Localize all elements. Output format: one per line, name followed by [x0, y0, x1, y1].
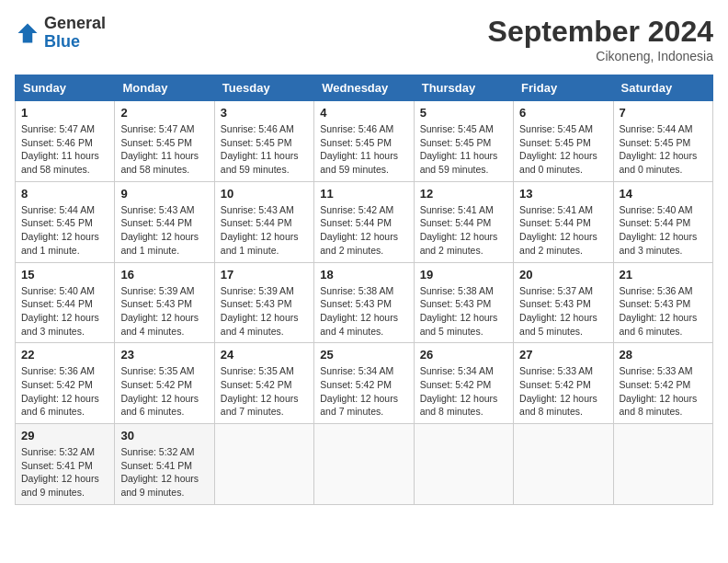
day-info: Sunrise: 5:35 AMSunset: 5:42 PMDaylight:…	[120, 364, 208, 419]
calendar-cell: 12Sunrise: 5:41 AMSunset: 5:44 PMDayligh…	[414, 181, 513, 262]
page-header: General Blue September 2024 Cikoneng, In…	[15, 15, 713, 63]
day-number: 13	[519, 187, 607, 201]
calendar-cell	[514, 424, 613, 505]
day-info: Sunrise: 5:44 AMSunset: 5:45 PMDaylight:…	[21, 203, 108, 258]
day-number: 10	[221, 187, 308, 201]
day-number: 16	[120, 268, 208, 282]
day-info: Sunrise: 5:41 AMSunset: 5:44 PMDaylight:…	[420, 203, 507, 258]
calendar-header: SundayMondayTuesdayWednesdayThursdayFrid…	[16, 75, 713, 101]
day-info: Sunrise: 5:32 AMSunset: 5:41 PMDaylight:…	[120, 445, 208, 500]
day-number: 21	[620, 268, 707, 282]
calendar-cell: 27Sunrise: 5:33 AMSunset: 5:42 PMDayligh…	[514, 343, 613, 424]
calendar-cell: 29Sunrise: 5:32 AMSunset: 5:41 PMDayligh…	[16, 424, 115, 505]
day-number: 23	[120, 348, 208, 362]
day-number: 8	[21, 187, 108, 201]
day-info: Sunrise: 5:34 AMSunset: 5:42 PMDaylight:…	[320, 364, 407, 419]
calendar-cell: 21Sunrise: 5:36 AMSunset: 5:43 PMDayligh…	[613, 262, 712, 343]
day-info: Sunrise: 5:44 AMSunset: 5:45 PMDaylight:…	[620, 122, 707, 177]
calendar-cell: 23Sunrise: 5:35 AMSunset: 5:42 PMDayligh…	[115, 343, 214, 424]
calendar-cell: 2Sunrise: 5:47 AMSunset: 5:45 PMDaylight…	[115, 101, 214, 182]
calendar-cell: 19Sunrise: 5:38 AMSunset: 5:43 PMDayligh…	[414, 262, 513, 343]
logo-icon	[15, 20, 40, 46]
calendar-cell: 4Sunrise: 5:46 AMSunset: 5:45 PMDaylight…	[314, 101, 414, 182]
svg-marker-0	[18, 23, 38, 42]
calendar-cell: 14Sunrise: 5:40 AMSunset: 5:44 PMDayligh…	[613, 181, 712, 262]
day-info: Sunrise: 5:32 AMSunset: 5:41 PMDaylight:…	[21, 445, 108, 500]
day-info: Sunrise: 5:47 AMSunset: 5:45 PMDaylight:…	[120, 122, 208, 177]
logo-line1: General	[44, 15, 106, 33]
day-info: Sunrise: 5:46 AMSunset: 5:45 PMDaylight:…	[320, 122, 407, 177]
calendar-cell	[314, 424, 414, 505]
day-info: Sunrise: 5:40 AMSunset: 5:44 PMDaylight:…	[620, 203, 707, 258]
day-info: Sunrise: 5:33 AMSunset: 5:42 PMDaylight:…	[519, 364, 607, 419]
day-number: 27	[519, 348, 607, 362]
day-info: Sunrise: 5:46 AMSunset: 5:45 PMDaylight:…	[221, 122, 308, 177]
calendar-cell: 7Sunrise: 5:44 AMSunset: 5:45 PMDaylight…	[613, 101, 712, 182]
calendar-cell: 8Sunrise: 5:44 AMSunset: 5:45 PMDaylight…	[16, 181, 115, 262]
weekday-header-friday: Friday	[514, 75, 613, 101]
day-number: 3	[221, 106, 308, 120]
day-info: Sunrise: 5:43 AMSunset: 5:44 PMDaylight:…	[120, 203, 208, 258]
day-number: 11	[320, 187, 407, 201]
day-number: 6	[519, 106, 607, 120]
calendar-cell: 5Sunrise: 5:45 AMSunset: 5:45 PMDaylight…	[414, 101, 513, 182]
calendar-week-4: 22Sunrise: 5:36 AMSunset: 5:42 PMDayligh…	[16, 343, 713, 424]
day-number: 14	[620, 187, 707, 201]
day-info: Sunrise: 5:43 AMSunset: 5:44 PMDaylight:…	[221, 203, 308, 258]
title-block: September 2024 Cikoneng, Indonesia	[488, 15, 713, 63]
calendar-week-1: 1Sunrise: 5:47 AMSunset: 5:46 PMDaylight…	[16, 101, 713, 182]
day-number: 17	[221, 268, 308, 282]
weekday-header-row: SundayMondayTuesdayWednesdayThursdayFrid…	[16, 75, 713, 101]
day-info: Sunrise: 5:37 AMSunset: 5:43 PMDaylight:…	[519, 284, 607, 339]
day-info: Sunrise: 5:40 AMSunset: 5:44 PMDaylight:…	[21, 284, 108, 339]
calendar-cell	[214, 424, 313, 505]
calendar-cell: 10Sunrise: 5:43 AMSunset: 5:44 PMDayligh…	[214, 181, 313, 262]
day-number: 25	[320, 348, 407, 362]
weekday-header-monday: Monday	[115, 75, 214, 101]
day-info: Sunrise: 5:35 AMSunset: 5:42 PMDaylight:…	[221, 364, 308, 419]
calendar-cell: 16Sunrise: 5:39 AMSunset: 5:43 PMDayligh…	[115, 262, 214, 343]
calendar-cell: 1Sunrise: 5:47 AMSunset: 5:46 PMDaylight…	[16, 101, 115, 182]
day-number: 22	[21, 348, 108, 362]
calendar-week-5: 29Sunrise: 5:32 AMSunset: 5:41 PMDayligh…	[16, 424, 713, 505]
calendar-body: 1Sunrise: 5:47 AMSunset: 5:46 PMDaylight…	[16, 101, 713, 505]
weekday-header-sunday: Sunday	[16, 75, 115, 101]
day-info: Sunrise: 5:42 AMSunset: 5:44 PMDaylight:…	[320, 203, 407, 258]
day-info: Sunrise: 5:34 AMSunset: 5:42 PMDaylight:…	[420, 364, 507, 419]
day-number: 18	[320, 268, 407, 282]
calendar-cell: 28Sunrise: 5:33 AMSunset: 5:42 PMDayligh…	[613, 343, 712, 424]
day-info: Sunrise: 5:36 AMSunset: 5:43 PMDaylight:…	[620, 284, 707, 339]
calendar-cell: 24Sunrise: 5:35 AMSunset: 5:42 PMDayligh…	[214, 343, 313, 424]
day-number: 9	[120, 187, 208, 201]
day-number: 2	[120, 106, 208, 120]
day-number: 15	[21, 268, 108, 282]
calendar-cell: 20Sunrise: 5:37 AMSunset: 5:43 PMDayligh…	[514, 262, 613, 343]
calendar-cell: 9Sunrise: 5:43 AMSunset: 5:44 PMDaylight…	[115, 181, 214, 262]
day-number: 1	[21, 106, 108, 120]
day-info: Sunrise: 5:38 AMSunset: 5:43 PMDaylight:…	[420, 284, 507, 339]
weekday-header-saturday: Saturday	[613, 75, 712, 101]
calendar-cell: 26Sunrise: 5:34 AMSunset: 5:42 PMDayligh…	[414, 343, 513, 424]
day-info: Sunrise: 5:39 AMSunset: 5:43 PMDaylight:…	[120, 284, 208, 339]
calendar-cell	[414, 424, 513, 505]
day-info: Sunrise: 5:41 AMSunset: 5:44 PMDaylight:…	[519, 203, 607, 258]
calendar-cell: 13Sunrise: 5:41 AMSunset: 5:44 PMDayligh…	[514, 181, 613, 262]
day-number: 20	[519, 268, 607, 282]
location: Cikoneng, Indonesia	[488, 49, 713, 63]
day-info: Sunrise: 5:39 AMSunset: 5:43 PMDaylight:…	[221, 284, 308, 339]
calendar-week-3: 15Sunrise: 5:40 AMSunset: 5:44 PMDayligh…	[16, 262, 713, 343]
calendar-cell: 15Sunrise: 5:40 AMSunset: 5:44 PMDayligh…	[16, 262, 115, 343]
day-number: 26	[420, 348, 507, 362]
logo-text: General Blue	[44, 15, 106, 52]
day-info: Sunrise: 5:47 AMSunset: 5:46 PMDaylight:…	[21, 122, 108, 177]
calendar-cell: 3Sunrise: 5:46 AMSunset: 5:45 PMDaylight…	[214, 101, 313, 182]
calendar-cell: 30Sunrise: 5:32 AMSunset: 5:41 PMDayligh…	[115, 424, 214, 505]
day-number: 7	[620, 106, 707, 120]
calendar-cell: 11Sunrise: 5:42 AMSunset: 5:44 PMDayligh…	[314, 181, 414, 262]
day-info: Sunrise: 5:45 AMSunset: 5:45 PMDaylight:…	[519, 122, 607, 177]
day-info: Sunrise: 5:33 AMSunset: 5:42 PMDaylight:…	[620, 364, 707, 419]
weekday-header-tuesday: Tuesday	[214, 75, 313, 101]
day-info: Sunrise: 5:38 AMSunset: 5:43 PMDaylight:…	[320, 284, 407, 339]
day-number: 5	[420, 106, 507, 120]
logo: General Blue	[15, 15, 106, 52]
